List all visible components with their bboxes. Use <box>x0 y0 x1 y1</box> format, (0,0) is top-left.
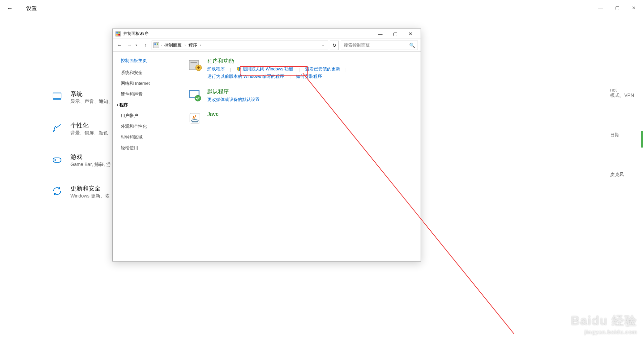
item-title: 个性化 <box>70 121 108 129</box>
svg-rect-9 <box>157 43 158 45</box>
sidebar-item-network[interactable]: 网络和 Internet <box>121 80 172 87</box>
svg-rect-3 <box>116 32 118 34</box>
item-subtitle: 背景、锁屏、颜色 <box>70 130 108 136</box>
gaming-icon <box>50 153 64 166</box>
settings-window-controls: — ▢ ✕ <box>597 5 637 10</box>
section-title[interactable]: 程序和功能 <box>207 58 375 65</box>
cp-titlebar-text: 控制面板\程序 <box>123 31 373 37</box>
svg-rect-5 <box>116 34 118 36</box>
cp-window-controls: — ▢ ✕ <box>373 29 418 39</box>
update-icon <box>50 184 64 198</box>
item-title: 系统 <box>70 90 113 98</box>
right-item: net模式、VPN <box>610 87 634 99</box>
breadcrumb-separator[interactable]: › <box>200 43 201 47</box>
cp-sidebar: 控制面板主页 系统和安全 网络和 Internet 硬件和声音 程序 用户帐户 … <box>113 52 180 261</box>
item-subtitle: Windows 更新、恢 <box>70 193 110 199</box>
cp-titlebar-icon <box>115 31 121 37</box>
java-icon <box>188 111 202 125</box>
system-icon <box>50 90 64 103</box>
maximize-button[interactable]: ▢ <box>614 5 621 10</box>
item-subtitle: Game Bar, 捕获, 游 <box>70 162 111 168</box>
minimize-button[interactable]: — <box>597 5 604 10</box>
breadcrumb-separator[interactable]: › <box>184 43 185 47</box>
close-button[interactable]: ✕ <box>631 5 637 10</box>
svg-rect-6 <box>118 34 120 36</box>
cp-breadcrumb-icon <box>153 42 159 48</box>
default-programs-icon <box>188 88 202 102</box>
sidebar-item-hardware[interactable]: 硬件和声音 <box>121 91 172 97</box>
breadcrumb-item[interactable]: 程序 <box>187 42 199 48</box>
settings-right-column: net模式、VPN 日期 麦克风 <box>610 87 644 178</box>
svg-rect-1 <box>53 158 61 162</box>
search-field[interactable]: 🔍 <box>341 41 418 50</box>
sidebar-item-clock[interactable]: 时钟和区域 <box>121 134 172 140</box>
link-windows-features[interactable]: 启用或关闭 Windows 功能 <box>236 66 293 72</box>
section-links: 更改媒体或设备的默认设置 <box>207 97 260 103</box>
breadcrumb-item[interactable]: 控制面板 <box>163 42 183 48</box>
nav-up-button[interactable]: ↑ <box>142 41 150 49</box>
sidebar-item-programs[interactable]: 程序 <box>121 102 172 108</box>
link-default-settings[interactable]: 更改媒体或设备的默认设置 <box>207 97 260 103</box>
svg-rect-4 <box>118 32 120 34</box>
cp-titlebar[interactable]: 控制面板\程序 — ▢ ✕ <box>113 29 421 39</box>
sidebar-item-accounts[interactable]: 用户帐户 <box>121 113 172 119</box>
cp-addressbar: ← → ▾ ↑ › 控制面板 › 程序 › ⌄ ↻ 🔍 <box>113 39 421 52</box>
cp-section-default-programs: 默认程序 更改媒体或设备的默认设置 <box>188 88 413 103</box>
link-how-to-install[interactable]: 如何安装程序 <box>296 73 322 79</box>
address-dropdown-icon[interactable]: ⌄ <box>320 43 326 47</box>
settings-header: ← 设置 <box>0 0 644 17</box>
cp-close-button[interactable]: ✕ <box>403 29 418 39</box>
link-uninstall[interactable]: 卸载程序 <box>207 66 225 72</box>
cp-maximize-button[interactable]: ▢ <box>388 29 403 39</box>
sidebar-item-appearance[interactable]: 外观和个性化 <box>121 123 172 129</box>
sidebar-item-ease[interactable]: 轻松使用 <box>121 145 172 151</box>
back-arrow-icon[interactable]: ← <box>7 5 13 12</box>
svg-rect-11 <box>191 62 197 63</box>
cp-minimize-button[interactable]: — <box>373 29 388 39</box>
cp-content: 程序和功能 卸载程序 | 启用或关闭 Windows 功能 | 查看已安装的更新… <box>180 52 421 261</box>
item-title: 更新和安全 <box>70 184 110 192</box>
section-title[interactable]: Java <box>207 111 219 117</box>
item-subtitle: 显示、声音、通知、 <box>70 99 113 105</box>
link-compatibility[interactable]: 运行为以前版本的 Windows 编写的程序 <box>207 73 284 79</box>
refresh-button[interactable]: ↻ <box>330 41 339 50</box>
search-input[interactable] <box>344 43 409 48</box>
sidebar-item-system-security[interactable]: 系统和安全 <box>121 70 172 76</box>
svg-rect-8 <box>154 43 156 45</box>
scrollbar-thumb[interactable] <box>641 131 643 148</box>
section-title[interactable]: 默认程序 <box>207 88 260 95</box>
cp-section-programs: 程序和功能 卸载程序 | 启用或关闭 Windows 功能 | 查看已安装的更新… <box>188 58 413 79</box>
cp-home-link[interactable]: 控制面板主页 <box>121 58 172 64</box>
nav-back-button[interactable]: ← <box>115 41 123 49</box>
cp-section-java: Java <box>188 111 413 125</box>
search-icon[interactable]: 🔍 <box>409 43 415 48</box>
breadcrumb-separator[interactable]: › <box>161 43 162 47</box>
settings-title: 设置 <box>26 5 37 12</box>
cp-body: 控制面板主页 系统和安全 网络和 Internet 硬件和声音 程序 用户帐户 … <box>113 52 421 261</box>
item-title: 游戏 <box>70 153 111 161</box>
right-item: 麦克风 <box>610 172 634 178</box>
link-installed-updates[interactable]: 查看已安装的更新 <box>305 66 340 72</box>
nav-forward-button[interactable]: → <box>125 41 133 49</box>
svg-rect-0 <box>53 93 61 98</box>
personalization-icon <box>50 121 64 135</box>
right-item: 日期 <box>610 132 634 138</box>
programs-features-icon <box>188 58 202 72</box>
address-field[interactable]: › 控制面板 › 程序 › ⌄ <box>152 41 328 50</box>
nav-history-dropdown[interactable]: ▾ <box>136 43 140 47</box>
control-panel-window: 控制面板\程序 — ▢ ✕ ← → ▾ ↑ › 控制面板 › 程序 › ⌄ ↻ … <box>112 28 421 262</box>
shield-icon <box>236 67 241 71</box>
section-links: 卸载程序 | 启用或关闭 Windows 功能 | 查看已安装的更新 | 运行为… <box>207 66 375 79</box>
